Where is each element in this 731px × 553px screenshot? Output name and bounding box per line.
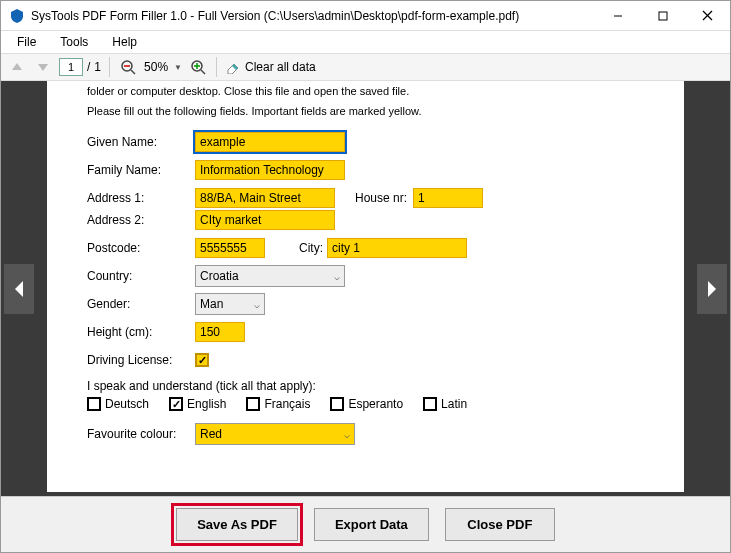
prev-page-button[interactable] [4,264,34,314]
app-icon [9,8,25,24]
lang-eo-checkbox[interactable] [330,397,344,411]
gender-select[interactable]: Man ⌵ [195,293,265,315]
given-name-field[interactable]: example [195,132,345,152]
languages-group: Deutsch ✓English Français Esperanto Lati… [87,397,644,411]
export-data-button[interactable]: Export Data [314,508,429,541]
chevron-down-icon: ⌵ [334,271,340,282]
close-button[interactable] [685,1,730,30]
menu-tools[interactable]: Tools [50,33,98,51]
footer-bar: Save As PDF Export Data Close PDF [1,496,730,552]
menu-file[interactable]: File [7,33,46,51]
pdf-page: folder or computer desktop. Close this f… [47,81,684,492]
clear-all-button[interactable]: Clear all data [225,60,316,74]
menu-help[interactable]: Help [102,33,147,51]
zoom-dropdown-icon[interactable]: ▼ [174,63,182,72]
eraser-icon [225,60,241,74]
svg-rect-1 [659,12,667,20]
label-languages: I speak and understand (tick all that ap… [87,379,644,393]
separator [109,57,110,77]
label-address1: Address 1: [87,191,195,205]
label-fav-color: Favourite colour: [87,427,195,441]
height-field[interactable]: 150 [195,322,245,342]
address1-field[interactable]: 88/BA, Main Street [195,188,335,208]
fav-color-value: Red [200,427,222,441]
address2-field[interactable]: CIty market [195,210,335,230]
driving-checkbox[interactable]: ✓ [195,353,209,367]
country-value: Croatia [200,269,239,283]
label-given-name: Given Name: [87,135,195,149]
lang-de-label: Deutsch [105,397,149,411]
svg-line-8 [201,70,205,74]
menu-bar: File Tools Help [1,31,730,53]
lang-en-label: English [187,397,226,411]
label-driving: Driving License: [87,353,195,367]
page-current-input[interactable] [59,58,83,76]
fav-color-select[interactable]: Red ⌵ [195,423,355,445]
pdf-viewer: folder or computer desktop. Close this f… [1,81,730,496]
window-title: SysTools PDF Form Filler 1.0 - Full Vers… [31,9,595,23]
close-pdf-button[interactable]: Close PDF [445,508,555,541]
lang-de-checkbox[interactable] [87,397,101,411]
label-country: Country: [87,269,195,283]
page-total: 1 [94,60,101,74]
postcode-field[interactable]: 5555555 [195,238,265,258]
lang-la-checkbox[interactable] [423,397,437,411]
maximize-button[interactable] [640,1,685,30]
label-height: Height (cm): [87,325,195,339]
lang-fr-label: Français [264,397,310,411]
page-indicator: / 1 [59,58,101,76]
chevron-down-icon: ⌵ [254,299,260,310]
chevron-down-icon: ⌵ [344,429,350,440]
nav-up-icon[interactable] [7,57,27,77]
separator [216,57,217,77]
nav-left [1,81,37,496]
label-postcode: Postcode: [87,241,195,255]
lang-la-label: Latin [441,397,467,411]
label-house-nr: House nr: [355,191,407,205]
minimize-button[interactable] [595,1,640,30]
zoom-level: 50% [144,60,168,74]
label-gender: Gender: [87,297,195,311]
page-sep: / [87,60,90,74]
label-address2: Address 2: [87,213,195,227]
lang-fr-checkbox[interactable] [246,397,260,411]
toolbar: / 1 50% ▼ Clear all data [1,53,730,81]
svg-line-5 [131,70,135,74]
window-controls [595,1,730,30]
doc-text-2: Please fill out the following fields. Im… [87,105,644,117]
clear-all-label: Clear all data [245,60,316,74]
label-city: City: [299,241,323,255]
house-nr-field[interactable]: 1 [413,188,483,208]
country-select[interactable]: Croatia ⌵ [195,265,345,287]
doc-text-1: folder or computer desktop. Close this f… [87,85,644,97]
label-family-name: Family Name: [87,163,195,177]
city-field[interactable]: city 1 [327,238,467,258]
zoom-out-icon[interactable] [118,57,138,77]
next-page-button[interactable] [697,264,727,314]
family-name-field[interactable]: Information Technology [195,160,345,180]
lang-en-checkbox[interactable]: ✓ [169,397,183,411]
gender-value: Man [200,297,223,311]
title-bar: SysTools PDF Form Filler 1.0 - Full Vers… [1,1,730,31]
save-as-pdf-button[interactable]: Save As PDF [176,508,298,541]
lang-eo-label: Esperanto [348,397,403,411]
zoom-in-icon[interactable] [188,57,208,77]
nav-down-icon[interactable] [33,57,53,77]
nav-right [694,81,730,496]
